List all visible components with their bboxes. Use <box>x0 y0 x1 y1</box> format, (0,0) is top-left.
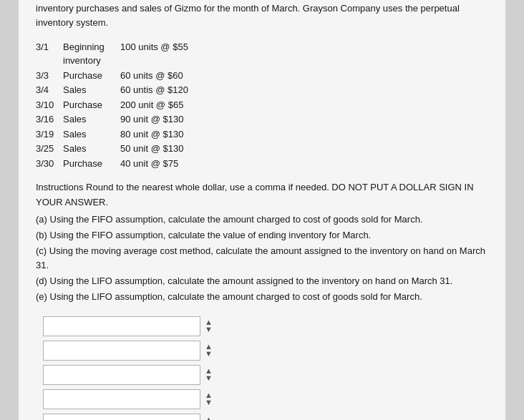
inventory-type: Beginning inventory <box>63 40 120 68</box>
answer-area: ▲▼▲▼▲▼▲▼▲▼ <box>36 316 488 420</box>
inventory-detail: 200 unit @ $65 <box>120 98 488 112</box>
instruction-item-3: (d) Using the LIFO assumption, calculate… <box>36 274 488 288</box>
inventory-type: Sales <box>63 112 120 127</box>
instruction-item-1: (b) Using the FIFO assumption, calculate… <box>36 228 488 243</box>
inventory-row: 3/25Sales50 unit @ $130 <box>36 142 488 156</box>
inventory-table: 3/1Beginning inventory100 units @ $553/3… <box>36 40 488 171</box>
inventory-detail: 60 untis @ $120 <box>120 83 488 97</box>
inventory-date: 3/19 <box>36 127 63 142</box>
inventory-date: 3/4 <box>36 83 63 97</box>
inventory-row: 3/19Sales80 unit @ $130 <box>36 127 488 142</box>
inventory-detail: 80 unit @ $130 <box>120 127 488 142</box>
instructions-header: Instructions Round to the nearest whole … <box>36 180 488 209</box>
inventory-detail: 90 unit @ $130 <box>120 112 488 127</box>
inventory-type: Sales <box>63 83 120 97</box>
inventory-date: 3/1 <box>36 40 63 54</box>
intro-text: Grayson Company sells many products. Giz… <box>36 0 460 28</box>
answer-input-d[interactable] <box>43 389 200 409</box>
main-page: Grayson Company sells many products. Giz… <box>19 0 505 420</box>
answer-row-d: ▲▼ <box>43 389 488 409</box>
inventory-date: 3/25 <box>36 142 63 156</box>
inventory-row: 3/16Sales90 unit @ $130 <box>36 112 488 127</box>
inventory-row: 3/1Beginning inventory100 units @ $55 <box>36 40 488 68</box>
inventory-detail: 40 unit @ $75 <box>120 157 488 171</box>
inventory-row: 3/10Purchase200 unit @ $65 <box>36 98 488 112</box>
answer-input-e[interactable] <box>43 414 200 420</box>
answer-spinner-icon-e[interactable]: ▲▼ <box>205 416 213 420</box>
inventory-detail: 100 units @ $55 <box>120 40 488 54</box>
answer-input-c[interactable] <box>43 365 200 385</box>
instruction-item-4: (e) Using the LIFO assumption, calculate… <box>36 290 488 304</box>
inventory-type: Sales <box>63 127 120 142</box>
inventory-row: 3/3Purchase60 units @ $60 <box>36 69 488 83</box>
intro-paragraph: Grayson Company sells many products. Giz… <box>36 0 488 30</box>
inventory-detail: 60 units @ $60 <box>120 69 488 83</box>
inventory-detail: 50 unit @ $130 <box>120 142 488 156</box>
inventory-date: 3/30 <box>36 157 63 171</box>
inventory-type: Sales <box>63 142 120 156</box>
answer-row-c: ▲▼ <box>43 365 488 385</box>
answer-input-a[interactable] <box>43 316 200 336</box>
inventory-type: Purchase <box>63 157 120 171</box>
instructions-section: Instructions Round to the nearest whole … <box>36 180 488 304</box>
inventory-date: 3/16 <box>36 112 63 127</box>
answer-spinner-icon-d[interactable]: ▲▼ <box>205 392 213 406</box>
inventory-date: 3/10 <box>36 98 63 112</box>
inventory-type: Purchase <box>63 98 120 112</box>
instruction-item-2: (c) Using the moving average cost method… <box>36 244 488 273</box>
answer-row-e: ▲▼ <box>43 414 488 420</box>
inventory-row: 3/30Purchase40 unit @ $75 <box>36 157 488 171</box>
answer-spinner-icon-b[interactable]: ▲▼ <box>205 343 213 358</box>
inventory-date: 3/3 <box>36 69 63 83</box>
answer-row-a: ▲▼ <box>43 316 488 336</box>
answer-row-b: ▲▼ <box>43 341 488 361</box>
answer-spinner-icon-c[interactable]: ▲▼ <box>205 368 213 382</box>
answer-input-b[interactable] <box>43 341 200 361</box>
inventory-type: Purchase <box>63 69 120 83</box>
instruction-item-0: (a) Using the FIFO assumption, calculate… <box>36 213 488 227</box>
answer-spinner-icon-a[interactable]: ▲▼ <box>205 319 213 333</box>
inventory-row: 3/4Sales60 untis @ $120 <box>36 83 488 97</box>
